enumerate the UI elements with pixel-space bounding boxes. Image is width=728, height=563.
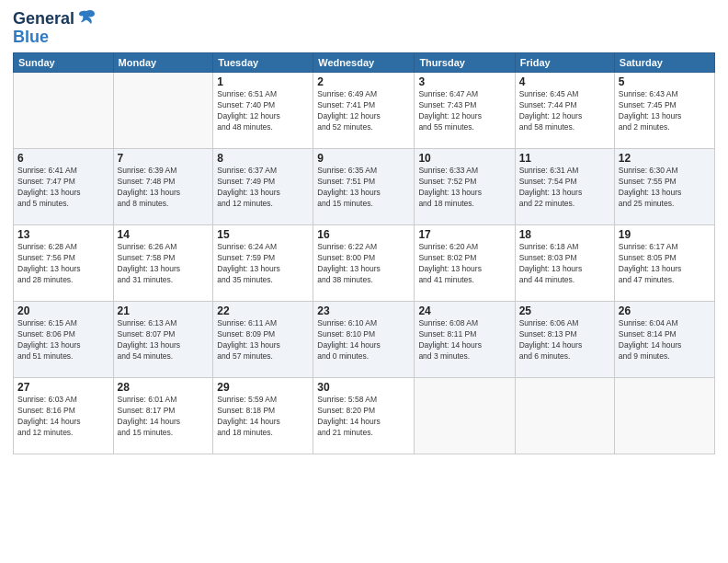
- calendar-day-cell: 4Sunrise: 6:45 AM Sunset: 7:44 PM Daylig…: [515, 73, 614, 149]
- day-number: 16: [317, 228, 410, 241]
- calendar-day-cell: 6Sunrise: 6:41 AM Sunset: 7:47 PM Daylig…: [14, 149, 114, 225]
- day-info: Sunrise: 6:11 AM Sunset: 8:09 PM Dayligh…: [217, 318, 309, 362]
- calendar-day-cell: 10Sunrise: 6:33 AM Sunset: 7:52 PM Dayli…: [415, 149, 515, 225]
- logo: General Blue: [13, 9, 97, 45]
- day-info: Sunrise: 6:39 AM Sunset: 7:48 PM Dayligh…: [118, 166, 210, 210]
- day-number: 2: [317, 75, 410, 88]
- day-number: 6: [17, 152, 109, 165]
- calendar-day-cell: 13Sunrise: 6:28 AM Sunset: 7:56 PM Dayli…: [14, 225, 114, 302]
- day-info: Sunrise: 6:17 AM Sunset: 8:05 PM Dayligh…: [619, 242, 711, 286]
- day-number: 4: [519, 75, 610, 88]
- day-info: Sunrise: 5:59 AM Sunset: 8:18 PM Dayligh…: [217, 395, 309, 439]
- day-info: Sunrise: 6:37 AM Sunset: 7:49 PM Dayligh…: [217, 166, 309, 210]
- calendar-day-cell: 27Sunrise: 6:03 AM Sunset: 8:16 PM Dayli…: [14, 378, 114, 454]
- day-number: 12: [619, 152, 711, 165]
- calendar-day-cell: 14Sunrise: 6:26 AM Sunset: 7:58 PM Dayli…: [113, 225, 213, 302]
- calendar-day-cell: [614, 378, 714, 454]
- day-number: 11: [519, 152, 610, 165]
- day-number: 14: [118, 228, 210, 241]
- day-info: Sunrise: 6:35 AM Sunset: 7:51 PM Dayligh…: [317, 166, 410, 210]
- calendar-day-cell: 3Sunrise: 6:47 AM Sunset: 7:43 PM Daylig…: [415, 73, 515, 149]
- calendar-week-row: 20Sunrise: 6:15 AM Sunset: 8:06 PM Dayli…: [14, 302, 715, 378]
- page-header: General Blue: [13, 9, 715, 45]
- calendar-day-cell: 20Sunrise: 6:15 AM Sunset: 8:06 PM Dayli…: [14, 302, 114, 378]
- day-number: 29: [217, 381, 309, 394]
- day-number: 17: [418, 228, 510, 241]
- calendar-day-cell: 26Sunrise: 6:04 AM Sunset: 8:14 PM Dayli…: [614, 302, 714, 378]
- day-number: 28: [118, 381, 210, 394]
- calendar-day-cell: 12Sunrise: 6:30 AM Sunset: 7:55 PM Dayli…: [614, 149, 714, 225]
- day-number: 20: [17, 304, 109, 317]
- day-info: Sunrise: 5:58 AM Sunset: 8:20 PM Dayligh…: [317, 395, 410, 439]
- logo-bird-icon: [76, 7, 97, 28]
- calendar-week-row: 1Sunrise: 6:51 AM Sunset: 7:40 PM Daylig…: [14, 73, 715, 149]
- day-number: 23: [317, 304, 410, 317]
- day-number: 10: [418, 152, 510, 165]
- calendar-table: SundayMondayTuesdayWednesdayThursdayFrid…: [13, 52, 715, 454]
- day-info: Sunrise: 6:31 AM Sunset: 7:54 PM Dayligh…: [519, 166, 610, 210]
- calendar-day-cell: [515, 378, 614, 454]
- calendar-day-cell: [14, 73, 114, 149]
- calendar-day-cell: [113, 73, 213, 149]
- calendar-day-cell: 23Sunrise: 6:10 AM Sunset: 8:10 PM Dayli…: [313, 302, 415, 378]
- day-info: Sunrise: 6:18 AM Sunset: 8:03 PM Dayligh…: [519, 242, 610, 286]
- day-info: Sunrise: 6:20 AM Sunset: 8:02 PM Dayligh…: [418, 242, 510, 286]
- day-number: 22: [217, 304, 309, 317]
- day-info: Sunrise: 6:43 AM Sunset: 7:45 PM Dayligh…: [619, 89, 711, 133]
- day-number: 30: [317, 381, 410, 394]
- weekday-header: Thursday: [415, 53, 515, 73]
- calendar-week-row: 27Sunrise: 6:03 AM Sunset: 8:16 PM Dayli…: [14, 378, 715, 454]
- day-info: Sunrise: 6:04 AM Sunset: 8:14 PM Dayligh…: [619, 318, 711, 362]
- calendar-day-cell: 11Sunrise: 6:31 AM Sunset: 7:54 PM Dayli…: [515, 149, 614, 225]
- day-number: 24: [418, 304, 510, 317]
- logo-blue: Blue: [13, 29, 97, 45]
- calendar-day-cell: 25Sunrise: 6:06 AM Sunset: 8:13 PM Dayli…: [515, 302, 614, 378]
- day-info: Sunrise: 6:10 AM Sunset: 8:10 PM Dayligh…: [317, 318, 410, 362]
- day-number: 26: [619, 304, 711, 317]
- day-info: Sunrise: 6:08 AM Sunset: 8:11 PM Dayligh…: [418, 318, 510, 362]
- day-number: 21: [118, 304, 210, 317]
- weekday-header: Tuesday: [213, 53, 313, 73]
- calendar-day-cell: 1Sunrise: 6:51 AM Sunset: 7:40 PM Daylig…: [213, 73, 313, 149]
- calendar-day-cell: 18Sunrise: 6:18 AM Sunset: 8:03 PM Dayli…: [515, 225, 614, 302]
- day-number: 7: [118, 152, 210, 165]
- day-info: Sunrise: 6:30 AM Sunset: 7:55 PM Dayligh…: [619, 166, 711, 210]
- day-number: 18: [519, 228, 610, 241]
- day-info: Sunrise: 6:15 AM Sunset: 8:06 PM Dayligh…: [17, 318, 109, 362]
- calendar-week-row: 6Sunrise: 6:41 AM Sunset: 7:47 PM Daylig…: [14, 149, 715, 225]
- calendar-day-cell: 19Sunrise: 6:17 AM Sunset: 8:05 PM Dayli…: [614, 225, 714, 302]
- calendar-day-cell: 5Sunrise: 6:43 AM Sunset: 7:45 PM Daylig…: [614, 73, 714, 149]
- day-info: Sunrise: 6:49 AM Sunset: 7:41 PM Dayligh…: [317, 89, 410, 133]
- day-info: Sunrise: 6:03 AM Sunset: 8:16 PM Dayligh…: [17, 395, 109, 439]
- calendar-day-cell: 2Sunrise: 6:49 AM Sunset: 7:41 PM Daylig…: [313, 73, 415, 149]
- weekday-header: Wednesday: [313, 53, 415, 73]
- day-number: 15: [217, 228, 309, 241]
- day-number: 25: [519, 304, 610, 317]
- day-info: Sunrise: 6:22 AM Sunset: 8:00 PM Dayligh…: [317, 242, 410, 286]
- day-info: Sunrise: 6:28 AM Sunset: 7:56 PM Dayligh…: [17, 242, 109, 286]
- day-number: 19: [619, 228, 711, 241]
- day-number: 1: [217, 75, 309, 88]
- calendar-day-cell: 15Sunrise: 6:24 AM Sunset: 7:59 PM Dayli…: [213, 225, 313, 302]
- calendar-day-cell: 16Sunrise: 6:22 AM Sunset: 8:00 PM Dayli…: [313, 225, 415, 302]
- calendar-day-cell: 24Sunrise: 6:08 AM Sunset: 8:11 PM Dayli…: [415, 302, 515, 378]
- day-info: Sunrise: 6:24 AM Sunset: 7:59 PM Dayligh…: [217, 242, 309, 286]
- calendar-day-cell: [415, 378, 515, 454]
- day-info: Sunrise: 6:13 AM Sunset: 8:07 PM Dayligh…: [118, 318, 210, 362]
- day-number: 8: [217, 152, 309, 165]
- calendar-day-cell: 21Sunrise: 6:13 AM Sunset: 8:07 PM Dayli…: [113, 302, 213, 378]
- weekday-header-row: SundayMondayTuesdayWednesdayThursdayFrid…: [14, 53, 715, 73]
- calendar-week-row: 13Sunrise: 6:28 AM Sunset: 7:56 PM Dayli…: [14, 225, 715, 302]
- calendar-day-cell: 7Sunrise: 6:39 AM Sunset: 7:48 PM Daylig…: [113, 149, 213, 225]
- day-info: Sunrise: 6:33 AM Sunset: 7:52 PM Dayligh…: [418, 166, 510, 210]
- day-number: 3: [418, 75, 510, 88]
- day-info: Sunrise: 6:41 AM Sunset: 7:47 PM Dayligh…: [17, 166, 109, 210]
- day-info: Sunrise: 6:45 AM Sunset: 7:44 PM Dayligh…: [519, 89, 610, 133]
- day-number: 13: [17, 228, 109, 241]
- calendar-day-cell: 8Sunrise: 6:37 AM Sunset: 7:49 PM Daylig…: [213, 149, 313, 225]
- day-info: Sunrise: 6:06 AM Sunset: 8:13 PM Dayligh…: [519, 318, 610, 362]
- calendar-day-cell: 29Sunrise: 5:59 AM Sunset: 8:18 PM Dayli…: [213, 378, 313, 454]
- day-number: 9: [317, 152, 410, 165]
- day-number: 27: [17, 381, 109, 394]
- day-number: 5: [619, 75, 711, 88]
